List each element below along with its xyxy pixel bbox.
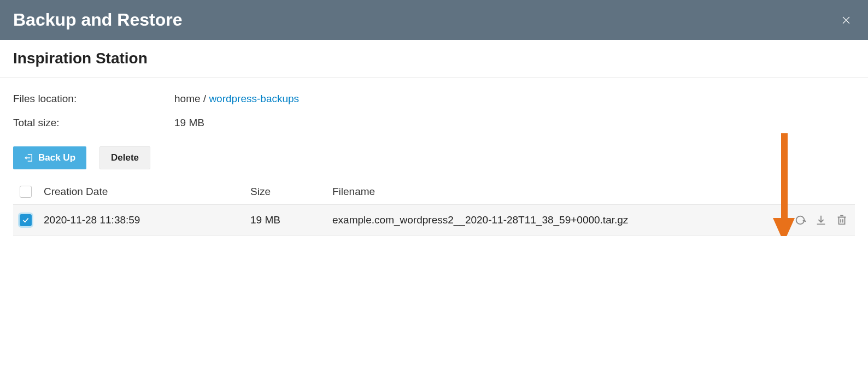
download-button[interactable] xyxy=(814,214,828,227)
files-location-row: Files location: home / wordpress-backups xyxy=(13,93,855,105)
select-all-checkbox[interactable] xyxy=(20,186,32,198)
trash-icon xyxy=(836,214,848,226)
row-actions xyxy=(772,214,848,227)
table-header: Creation Date Size Filename xyxy=(13,179,855,205)
delete-button[interactable]: Delete xyxy=(99,146,150,169)
breadcrumb-link[interactable]: wordpress-backups xyxy=(209,93,299,104)
info-section: Files location: home / wordpress-backups… xyxy=(0,78,868,146)
check-icon xyxy=(22,216,30,224)
backup-button[interactable]: Back Up xyxy=(13,146,86,169)
restore-icon xyxy=(794,214,806,226)
row-check-cell xyxy=(20,214,44,226)
total-size-value: 19 MB xyxy=(174,117,204,129)
total-size-label: Total size: xyxy=(13,117,174,129)
files-location-label: Files location: xyxy=(13,93,174,105)
breadcrumb-prefix: home / xyxy=(174,93,209,104)
backup-button-label: Back Up xyxy=(38,152,75,163)
row-date: 2020-11-28 11:38:59 xyxy=(44,214,250,226)
trash-button[interactable] xyxy=(835,214,848,227)
row-checkbox[interactable] xyxy=(20,214,32,226)
total-size-row: Total size: 19 MB xyxy=(13,117,855,129)
row-size: 19 MB xyxy=(250,214,332,226)
site-title: Inspiration Station xyxy=(13,50,855,67)
modal-header: Backup and Restore xyxy=(0,0,868,40)
restore-button[interactable] xyxy=(794,214,807,227)
row-filename: example.com_wordpress2__2020-11-28T11_38… xyxy=(332,214,772,226)
close-button[interactable] xyxy=(837,11,855,29)
action-buttons: Back Up Delete xyxy=(0,146,868,179)
download-icon xyxy=(815,214,827,226)
backup-icon xyxy=(24,153,34,163)
select-all-cell xyxy=(20,186,44,198)
backup-table: Creation Date Size Filename 2020-11-28 1… xyxy=(0,179,868,236)
files-location-value: home / wordpress-backups xyxy=(174,93,299,105)
sub-header: Inspiration Station xyxy=(0,40,868,78)
column-header-date[interactable]: Creation Date xyxy=(44,186,250,198)
modal-title: Backup and Restore xyxy=(13,10,182,30)
close-icon xyxy=(841,15,851,25)
column-header-size[interactable]: Size xyxy=(250,186,332,198)
column-header-filename[interactable]: Filename xyxy=(332,186,848,198)
table-row: 2020-11-28 11:38:59 19 MB example.com_wo… xyxy=(13,205,855,236)
delete-button-label: Delete xyxy=(111,152,139,163)
